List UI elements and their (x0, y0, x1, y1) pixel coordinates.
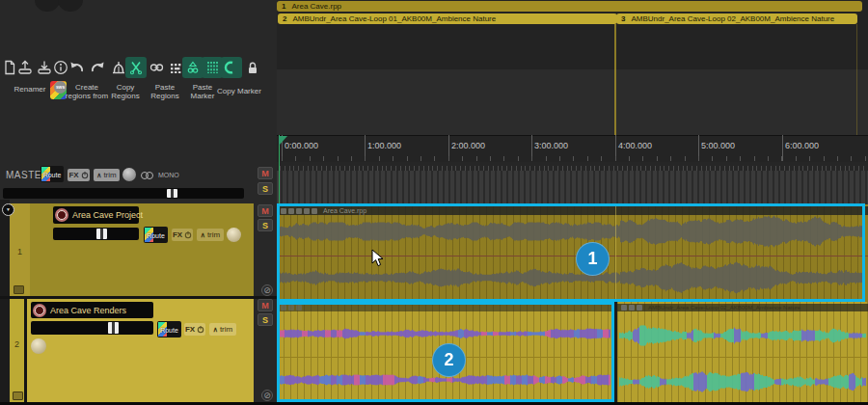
power-icon (184, 230, 192, 239)
redo-icon[interactable] (88, 56, 107, 79)
fx-label: FX (185, 325, 195, 334)
paste-marker-link-icon[interactable] (182, 57, 203, 78)
master-fx-button[interactable]: FX (68, 169, 90, 181)
region-number: 1 (282, 2, 285, 11)
region-label: AMBUndr_Area Cave-Loop 01_AKB00M_Ambienc… (292, 14, 496, 23)
track1-fx-button[interactable]: FX (172, 229, 193, 241)
stereo-icon (141, 172, 155, 180)
save-up-icon[interactable] (15, 56, 35, 79)
region-3[interactable]: 3AMBUndr_Area Cave-Loop 02_AKB00M_Ambien… (616, 14, 857, 24)
track1-route-button[interactable]: Route (144, 227, 168, 243)
arrange-background-lower (277, 69, 868, 135)
item-center-line (617, 357, 868, 358)
master-trim-button[interactable]: ∧ trim (94, 169, 120, 181)
region-label: AMBUndr_Area Cave-Loop 02_AKB00M_Ambienc… (631, 14, 834, 23)
track2-phase-button[interactable]: ⊘ (261, 390, 273, 401)
region-boundary-line (615, 204, 616, 302)
master-volume-slider[interactable] (3, 188, 244, 199)
track1-mute-button[interactable]: M (258, 204, 273, 217)
item-title: Area Cave.rpp (323, 207, 366, 214)
track1-solo-button[interactable]: S (258, 219, 273, 231)
track2-pan-knob[interactable] (31, 338, 46, 354)
track1-pan-knob[interactable] (227, 228, 241, 242)
collapse-button[interactable]: ▼ (2, 203, 14, 216)
track2-name-box[interactable]: Area Cave Renders (31, 302, 153, 318)
toolbar-label-create-regions: Create regions from (64, 83, 110, 100)
item-icon[interactable] (288, 208, 294, 214)
track1-volume-handle[interactable] (96, 229, 107, 239)
track2-number-strip (10, 299, 24, 402)
track-list-gutter (0, 200, 10, 405)
master-pan-knob[interactable] (122, 168, 136, 181)
region-1[interactable]: 1Area Cave.rpp (277, 1, 862, 12)
item-icon[interactable] (296, 208, 302, 214)
trim-caret-icon: ∧ (96, 172, 101, 179)
item-icon[interactable] (304, 208, 310, 214)
master-mute-button[interactable]: M (258, 167, 273, 179)
mouse-cursor (371, 249, 384, 267)
toolbar-label-paste-regions: Paste Regions (148, 83, 182, 100)
track2-trim-button[interactable]: ∧ trim (209, 323, 236, 336)
track2-volume-slider[interactable] (31, 321, 153, 335)
track2-number: 2 (10, 339, 24, 349)
ruler-tick-label: 5:00.000 (701, 141, 735, 150)
track1-name-box[interactable]: Area Cave Project (53, 206, 139, 224)
track2-mute-button[interactable]: M (258, 299, 273, 311)
item-icon[interactable] (312, 208, 317, 214)
track2-route-button[interactable]: Route (157, 321, 181, 338)
power-icon (81, 171, 89, 179)
toolbar-label-copy-regions: Copy Regions (108, 83, 143, 100)
track2-media-item-right[interactable]: AMBUndr_Area Cave-Loop 02_AKB00M_Ambienc… (617, 302, 868, 402)
track1-media-item[interactable]: Area Cave.rpp (277, 204, 868, 302)
track2-volume-handle[interactable] (108, 322, 119, 334)
ruler-minor-ticks (282, 156, 868, 161)
trim-caret-icon: ∧ (213, 326, 218, 334)
track1-volume-slider[interactable] (53, 228, 139, 240)
phase-icon: ⊘ (263, 285, 271, 295)
record-arm-button[interactable] (55, 208, 68, 222)
ruler-tick-label: 2:00.000 (451, 141, 485, 150)
track1-folder-icon (14, 285, 24, 294)
link-icon[interactable] (147, 56, 166, 79)
lock-icon[interactable] (243, 56, 262, 79)
master-volume-handle[interactable] (167, 189, 177, 198)
ruler-tick-label: 0:00.000 (285, 141, 318, 150)
scrub-band[interactable] (277, 171, 868, 204)
track2-fx-button[interactable]: FX (184, 323, 205, 336)
ruler-tick-label: 1:00.000 (367, 141, 401, 150)
track1-phase-button[interactable]: ⊘ (261, 284, 273, 296)
master-route-button[interactable]: Route (41, 166, 64, 182)
track1-trim-button[interactable]: ∧ trim (197, 229, 224, 241)
region-label: Area Cave.rpp (291, 2, 341, 11)
callout-number: 1 (587, 249, 597, 269)
fx-label: FX (173, 230, 182, 239)
record-arm-button[interactable] (33, 304, 46, 317)
region-2[interactable]: 2AMBUndr_Area Cave-Loop 01_AKB00M_Ambien… (278, 14, 617, 24)
callout-badge-2: 2 (432, 343, 466, 377)
mono-label: MONO (158, 172, 179, 178)
track2-name: Area Cave Renders (50, 306, 126, 315)
region-end-line (856, 24, 857, 135)
fx-label: FX (68, 171, 78, 179)
track1-name: Area Cave Project (72, 210, 143, 220)
trim-caret-icon: ∧ (201, 231, 205, 239)
trim-label: trim (207, 230, 220, 239)
ruler-lines-icon[interactable] (202, 57, 223, 78)
undo-icon[interactable] (67, 56, 86, 79)
phase-icon: ⊘ (263, 391, 271, 400)
toolbar-label-copy-marker: Copy Marker (210, 87, 268, 95)
split-scissors-icon[interactable] (125, 57, 147, 78)
region-number: 3 (621, 14, 625, 23)
copy-marker-icon[interactable] (221, 57, 242, 78)
ruler-tick-label: 6:00.000 (785, 141, 819, 150)
track2-solo-button[interactable]: S (258, 313, 273, 326)
track1-waveform (280, 214, 865, 299)
item-icon[interactable] (281, 208, 286, 214)
master-solo-button[interactable]: S (258, 182, 273, 195)
ruler-tick-label: 3:00.000 (534, 141, 568, 150)
trim-label: trim (220, 325, 232, 334)
callout-number: 2 (444, 350, 453, 370)
track1-number: 1 (10, 247, 30, 256)
item-center-line (277, 256, 868, 256)
region-number: 2 (283, 14, 286, 23)
